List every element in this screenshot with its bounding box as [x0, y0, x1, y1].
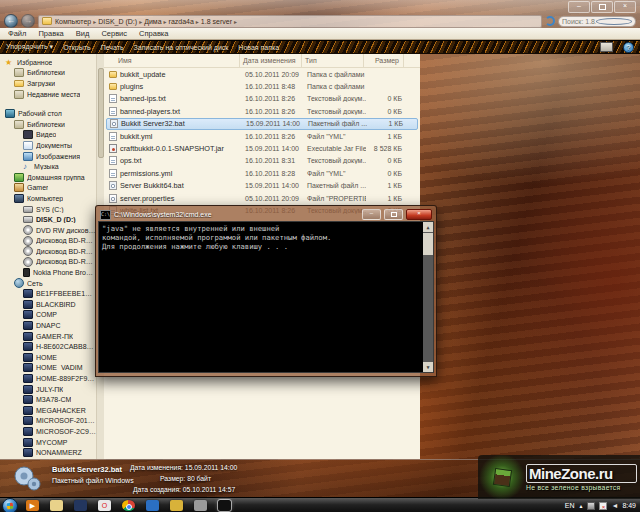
media-player-icon[interactable]: ▶: [26, 500, 39, 511]
breadcrumb-segment[interactable]: Компьютер: [55, 18, 91, 25]
toolbar-item[interactable]: Открыть: [63, 44, 91, 51]
sidebar-item[interactable]: Видео: [0, 130, 96, 141]
sidebar-item[interactable]: SYS (C:): [0, 204, 96, 215]
sidebar-item[interactable]: DNAPC: [0, 320, 96, 331]
sidebar-item[interactable]: Gamer: [0, 183, 96, 194]
sidebar-item[interactable]: Загрузки: [0, 78, 96, 89]
sidebar-item[interactable]: Библиотеки: [0, 68, 96, 79]
table-row[interactable]: bukkit.yml16.10.2011 8:26Файл "YML"1 КБ: [106, 130, 418, 142]
scroll-up-icon[interactable]: ▲: [423, 222, 433, 232]
sidebar-item[interactable]: MICROSOF-2C9BE4: [0, 426, 96, 437]
sidebar-item[interactable]: HOME_VADIM: [0, 363, 96, 374]
menu-item[interactable]: Справка: [139, 29, 168, 38]
forward-button[interactable]: →: [21, 14, 35, 28]
breadcrumb-segment[interactable]: Дима: [144, 18, 161, 25]
sidebar-item[interactable]: Сеть: [0, 278, 96, 289]
cmd-maximize-button[interactable]: [384, 209, 403, 220]
language-indicator[interactable]: EN: [565, 502, 575, 509]
toolbar-item[interactable]: Новая папка: [238, 44, 279, 51]
toolbar-item[interactable]: Упорядочить ▾: [6, 43, 53, 51]
show-hidden-icons-icon[interactable]: ▲: [578, 503, 583, 509]
sidebar-item[interactable]: Документы: [0, 140, 96, 151]
sidebar-item[interactable]: DVD RW дисковод (E:): [0, 225, 96, 236]
device-status-icon[interactable]: ×: [599, 502, 607, 510]
sidebar-item[interactable]: Изображения: [0, 151, 96, 162]
sidebar-item[interactable]: MYCOMP: [0, 437, 96, 448]
sidebar-item[interactable]: BE1FFBEEBE1A4FA: [0, 288, 96, 299]
column-header[interactable]: Дата изменения: [240, 54, 302, 67]
toolbar-item[interactable]: Печать: [101, 44, 124, 51]
table-row[interactable]: server.properties05.10.2011 20:09Файл "P…: [106, 192, 418, 204]
sidebar-item[interactable]: ★Избранное: [0, 57, 96, 68]
breadcrumb-segment[interactable]: 1.8 server: [201, 18, 232, 25]
explorer-icon[interactable]: [50, 500, 63, 511]
sidebar-item[interactable]: Дисковод BD-ROM (G:): [0, 246, 96, 257]
table-row[interactable]: plugins16.10.2011 8:48Папка с файлами: [106, 80, 418, 92]
search-input[interactable]: Поиск: 1.8...: [558, 16, 636, 27]
table-row[interactable]: banned-players.txt16.10.2011 8:26Текстов…: [106, 105, 418, 117]
start-button[interactable]: [2, 498, 18, 512]
sidebar-item[interactable]: Рабочий стол: [0, 108, 96, 119]
sidebar-item[interactable]: Домашняя группа: [0, 172, 96, 183]
menu-item[interactable]: Вид: [76, 29, 90, 38]
chrome-browser-icon[interactable]: [122, 500, 135, 511]
menu-item[interactable]: Файл: [8, 29, 26, 38]
table-row[interactable]: craftbukkit-0.0.1-SNAPSHOT.jar15.09.2011…: [106, 142, 418, 154]
sidebar-item[interactable]: Недавние места: [0, 89, 96, 100]
close-button[interactable]: ×: [614, 1, 636, 13]
change-view-icon[interactable]: [600, 42, 613, 52]
breadcrumb[interactable]: Компьютер▸DISK_D (D:)▸Дима▸razda4a▸1.8 s…: [38, 15, 542, 28]
breadcrumb-segment[interactable]: razda4a: [169, 18, 194, 25]
clock[interactable]: 8:49: [622, 502, 636, 509]
refresh-icon[interactable]: [545, 16, 555, 26]
cmd-scrollbar[interactable]: ▲ ▼: [423, 222, 433, 372]
column-header[interactable]: Тип: [302, 54, 364, 67]
cmd-window[interactable]: C:\ C:\Windows\system32\cmd.exe – × "jav…: [95, 205, 437, 377]
menu-item[interactable]: Правка: [38, 29, 63, 38]
maximize-button[interactable]: [591, 1, 613, 13]
table-row[interactable]: banned-ips.txt16.10.2011 8:26Текстовый д…: [106, 93, 418, 105]
breadcrumb-segment[interactable]: DISK_D (D:): [98, 18, 137, 25]
sidebar-item[interactable]: HOME: [0, 352, 96, 363]
column-header[interactable]: Размер: [364, 54, 404, 67]
table-row[interactable]: Server Bukkit64.bat15.09.2011 14:00Пакет…: [106, 180, 418, 192]
sidebar-item[interactable]: ♪Музыка: [0, 161, 96, 172]
cmd-scroll-thumb[interactable]: [423, 233, 433, 255]
minimize-button[interactable]: –: [568, 1, 590, 13]
network-icon[interactable]: [587, 502, 595, 510]
sidebar-item[interactable]: HOME-889F2F9446: [0, 373, 96, 384]
cmd-minimize-button[interactable]: –: [362, 209, 381, 220]
table-row[interactable]: ops.txt16.10.2011 8:31Текстовый докум...…: [106, 155, 418, 167]
help-icon[interactable]: ?: [623, 42, 634, 53]
table-row[interactable]: permissions.yml16.10.2011 8:28Файл "YML"…: [106, 167, 418, 179]
cmd-close-button[interactable]: ×: [406, 209, 432, 220]
back-button[interactable]: ←: [4, 14, 18, 28]
sidebar-item[interactable]: Дисковод BD-ROM (H:): [0, 257, 96, 268]
sidebar-item[interactable]: COMP: [0, 310, 96, 321]
utorrent-icon[interactable]: [170, 500, 183, 511]
sidebar-item[interactable]: DISK_D (D:): [0, 214, 96, 225]
audio-player-icon[interactable]: [74, 500, 87, 511]
camera-icon[interactable]: [194, 500, 207, 511]
bluetooth-icon[interactable]: [146, 500, 159, 511]
cmd-prompt-icon[interactable]: [218, 500, 231, 511]
column-header[interactable]: Имя: [104, 54, 240, 67]
toolbar-item[interactable]: Записать на оптический диск: [134, 44, 229, 51]
table-row[interactable]: bukkit_update05.10.2011 20:09Папка с фай…: [106, 68, 418, 80]
sidebar-item[interactable]: MICROSOF-2013BB: [0, 416, 96, 427]
cmd-titlebar[interactable]: C:\ C:\Windows\system32\cmd.exe – ×: [98, 208, 434, 221]
sidebar-item[interactable]: Дисковод BD-ROM (F:): [0, 236, 96, 247]
sidebar-item[interactable]: Компьютер: [0, 193, 96, 204]
sidebar-item[interactable]: M3A78-CM: [0, 394, 96, 405]
scroll-down-icon[interactable]: ▼: [423, 362, 433, 372]
opera-browser-icon[interactable]: O: [98, 500, 111, 511]
sidebar-item[interactable]: Библиотеки: [0, 119, 96, 130]
sidebar-item[interactable]: JULY-ПК: [0, 384, 96, 395]
sidebar-item[interactable]: BLACKBIRD: [0, 299, 96, 310]
sidebar-item[interactable]: MEGAHACKER: [0, 405, 96, 416]
table-row[interactable]: Bukkit Server32.bat15.09.2011 14:00Пакет…: [106, 118, 418, 130]
volume-icon[interactable]: ◄: [611, 502, 618, 510]
sidebar-item[interactable]: NONAMMERZ: [0, 447, 96, 458]
sidebar-item[interactable]: GAMER-ПК: [0, 331, 96, 342]
sidebar-item[interactable]: H-8E602CABB82D4: [0, 341, 96, 352]
